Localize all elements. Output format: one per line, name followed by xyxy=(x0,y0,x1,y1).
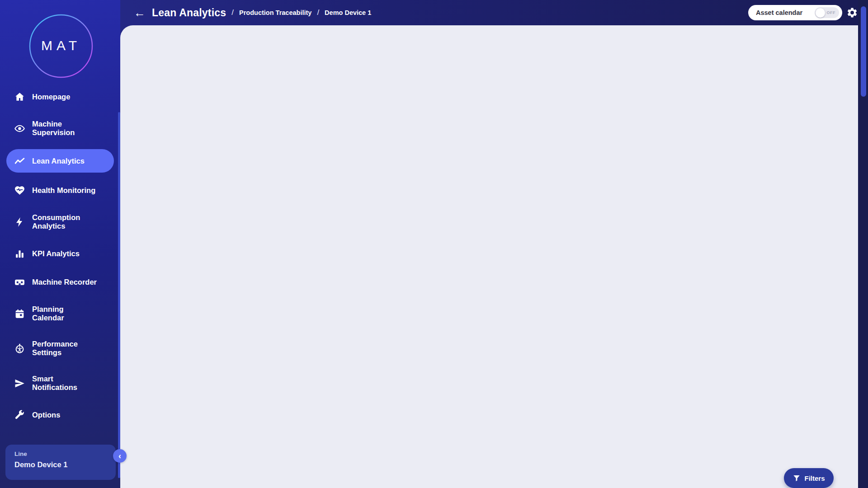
brand-logo: MAT xyxy=(28,14,94,80)
send-icon xyxy=(14,378,25,389)
sidebar-scrollbar-thumb[interactable] xyxy=(118,112,120,478)
back-arrow-icon[interactable]: ← xyxy=(134,7,146,19)
sidebar-item-machine-recorder[interactable]: Machine Recorder xyxy=(0,271,120,293)
funnel-icon xyxy=(793,474,801,482)
eye-icon xyxy=(14,123,25,134)
heart-pulse-icon xyxy=(14,185,25,196)
filter-funnel-icon xyxy=(793,474,801,482)
breadcrumb-item-traceability[interactable]: Production Traceability xyxy=(239,9,311,16)
sidebar-item-label: Health Monitoring xyxy=(32,186,95,195)
home-icon xyxy=(14,91,25,103)
wrench-icon xyxy=(14,409,25,421)
breadcrumb: ← Lean Analytics / Production Traceabili… xyxy=(134,0,371,25)
sidebar-item-smart-notifications[interactable]: SmartNotifications xyxy=(0,369,120,397)
sidebar-item-health-monitoring[interactable]: Health Monitoring xyxy=(0,179,120,201)
sidebar-item-label: KPI Analytics xyxy=(32,249,80,258)
asset-calendar-toggle[interactable]: OFF xyxy=(815,7,839,18)
content-panel xyxy=(120,25,858,488)
gear-icon[interactable] xyxy=(846,7,858,19)
page-scrollbar-track[interactable] xyxy=(858,0,868,488)
asset-calendar-label: Asset calendar xyxy=(756,9,810,16)
sidebar: MAT HomepageMachineSupervisionLean Analy… xyxy=(0,0,120,488)
breadcrumb-item-device[interactable]: Demo Device 1 xyxy=(325,9,371,16)
sidebar-item-kpi-analytics[interactable]: KPI Analytics xyxy=(0,243,120,264)
sidebar-item-label: Homepage xyxy=(32,93,70,101)
device-line-label: Line xyxy=(14,450,107,457)
device-selector-card[interactable]: Line Demo Device 1 xyxy=(5,445,116,480)
bolt-icon xyxy=(14,216,25,228)
sidebar-item-planning-calendar[interactable]: PlanningCalendar xyxy=(0,300,120,328)
app-root: ← Lean Analytics / Production Traceabili… xyxy=(0,0,868,488)
device-name: Demo Device 1 xyxy=(14,460,107,469)
breadcrumb-separator: / xyxy=(231,8,234,17)
page-scrollbar-thumb[interactable] xyxy=(861,6,866,97)
sidebar-item-label: Machine Recorder xyxy=(32,278,97,286)
gear-icon xyxy=(846,7,858,19)
toggle-state-label: OFF xyxy=(827,10,836,15)
timer-gauge-icon xyxy=(14,343,25,354)
sidebar-item-label: MachineSupervision xyxy=(32,120,75,137)
sidebar-item-label: ConsumptionAnalytics xyxy=(32,213,80,230)
calendar-icon xyxy=(14,308,25,319)
sidebar-item-label: PlanningCalendar xyxy=(32,305,64,322)
trend-icon xyxy=(14,155,25,167)
toggle-knob xyxy=(816,8,825,18)
filters-button-label: Filters xyxy=(804,474,825,482)
sidebar-item-lean-analytics[interactable]: Lean Analytics xyxy=(6,149,114,173)
filters-button[interactable]: Filters xyxy=(784,468,834,488)
bar-chart-icon xyxy=(14,248,25,259)
recorder-icon xyxy=(14,277,25,288)
sidebar-collapse-button[interactable]: ‹ xyxy=(113,449,127,463)
sidebar-item-consumption-analytics[interactable]: ConsumptionAnalytics xyxy=(0,208,120,236)
sidebar-item-label: PerformanceSettings xyxy=(32,340,78,357)
sidebar-item-performance-settings[interactable]: PerformanceSettings xyxy=(0,334,120,362)
sidebar-item-homepage[interactable]: Homepage xyxy=(0,86,120,108)
sidebar-item-options[interactable]: Options xyxy=(0,404,120,426)
sidebar-item-label: Lean Analytics xyxy=(32,157,85,165)
asset-calendar-pill: Asset calendar OFF xyxy=(748,5,842,20)
sidebar-item-label: SmartNotifications xyxy=(32,375,77,392)
sidebar-item-label: Options xyxy=(32,411,60,419)
sidebar-item-machine-supervision[interactable]: MachineSupervision xyxy=(0,114,120,142)
sidebar-menu: HomepageMachineSupervisionLean Analytics… xyxy=(0,86,120,426)
breadcrumb-separator: / xyxy=(317,8,319,17)
svg-text:MAT: MAT xyxy=(41,38,81,53)
page-title: Lean Analytics xyxy=(152,7,226,19)
